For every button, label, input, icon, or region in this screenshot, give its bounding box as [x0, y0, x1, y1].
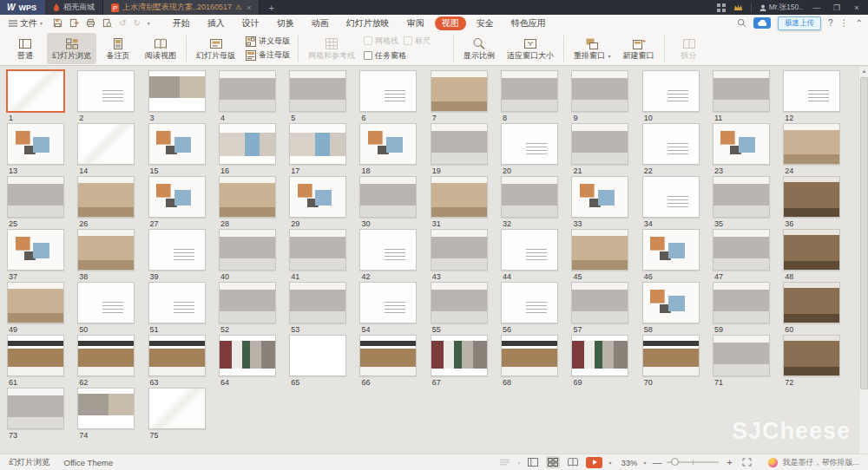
cloud-upload-icon[interactable]	[753, 17, 771, 29]
zoom-in-button[interactable]: +	[725, 457, 733, 467]
slide-thumbnail-27[interactable]	[148, 176, 206, 218]
slide-thumbnail-69[interactable]	[571, 335, 628, 376]
slide-thumbnail-50[interactable]	[77, 282, 135, 323]
ribbon-button-普通[interactable]: 普通	[5, 33, 45, 64]
slide-thumbnail-17[interactable]	[289, 123, 346, 165]
slide-thumbnail-64[interactable]	[219, 335, 276, 376]
menu-动画[interactable]: 动画	[305, 16, 336, 30]
checkbox-任务窗格[interactable]: 任务窗格	[364, 50, 406, 62]
minimize-button[interactable]: —	[811, 3, 823, 12]
slide-thumbnail-68[interactable]	[501, 335, 558, 376]
menu-审阅[interactable]: 审阅	[400, 16, 431, 30]
ribbon-button-讲义母版[interactable]: 讲义母版	[246, 36, 290, 47]
slide-thumbnail-30[interactable]	[359, 176, 417, 218]
scrollbar-thumb[interactable]	[860, 77, 868, 389]
zoom-out-button[interactable]: —	[652, 457, 661, 467]
play-options-caret-icon[interactable]: ▾	[608, 460, 611, 466]
slide-thumbnail-31[interactable]	[431, 176, 488, 218]
slide-thumbnail-5[interactable]	[289, 70, 346, 112]
slide-thumbnail-51[interactable]	[148, 282, 206, 323]
menu-设计[interactable]: 设计	[235, 16, 266, 30]
slide-thumbnail-74[interactable]	[77, 388, 135, 429]
slide-thumbnail-59[interactable]	[713, 282, 770, 323]
reading-view-button[interactable]	[566, 456, 580, 468]
slide-thumbnail-28[interactable]	[219, 176, 276, 218]
menu-开始[interactable]: 开始	[166, 16, 197, 30]
slide-thumbnail-35[interactable]	[713, 176, 770, 218]
slide-thumbnail-24[interactable]	[783, 123, 840, 165]
slide-thumbnail-1[interactable]	[7, 70, 64, 112]
notes-toggle-icon[interactable]	[497, 456, 511, 468]
slide-thumbnail-23[interactable]	[713, 123, 770, 165]
slide-thumbnail-6[interactable]	[359, 70, 417, 112]
slide-thumbnail-15[interactable]	[148, 123, 206, 165]
ribbon-button-阅读视图[interactable]: 阅读视图	[140, 33, 181, 64]
slide-thumbnail-33[interactable]	[571, 176, 628, 218]
slide-thumbnail-3[interactable]	[148, 70, 206, 112]
export-icon[interactable]	[69, 18, 79, 28]
slide-thumbnail-54[interactable]	[359, 282, 417, 323]
slide-thumbnail-36[interactable]	[783, 176, 840, 218]
slide-thumbnail-4[interactable]	[219, 70, 276, 112]
slide-thumbnail-65[interactable]	[289, 335, 346, 376]
ribbon-button-重排窗口[interactable]: 重排窗口 ▾	[569, 33, 616, 64]
slide-thumbnail-7[interactable]	[431, 70, 488, 112]
ribbon-button-适应窗口大小[interactable]: 适应窗口大小	[502, 33, 559, 64]
file-menu[interactable]: 文件 ▾	[5, 17, 46, 29]
menu-视图[interactable]: 视图	[435, 16, 466, 30]
fit-to-window-button[interactable]	[740, 456, 753, 468]
slide-thumbnail-25[interactable]	[7, 176, 64, 218]
slide-thumbnail-66[interactable]	[359, 335, 417, 376]
slide-sorter-view-button[interactable]	[546, 456, 560, 468]
ribbon-button-幻灯片母版[interactable]: 幻灯片母版	[191, 33, 240, 64]
zoom-slider[interactable]	[667, 461, 719, 463]
user-account[interactable]: Mr.张150..	[760, 3, 803, 13]
slide-thumbnail-39[interactable]	[148, 229, 206, 271]
search-icon[interactable]	[737, 18, 746, 28]
wps-logo[interactable]: W WPS	[0, 0, 45, 15]
print-icon[interactable]	[86, 18, 95, 28]
slide-thumbnail-29[interactable]	[289, 176, 346, 218]
slide-thumbnail-57[interactable]	[571, 282, 628, 323]
menu-切换[interactable]: 切换	[270, 16, 301, 30]
help-icon[interactable]: ?	[828, 18, 833, 28]
slide-thumbnail-71[interactable]	[713, 335, 770, 376]
slide-thumbnail-19[interactable]	[431, 123, 488, 165]
slide-thumbnail-11[interactable]	[713, 70, 770, 112]
ribbon-button-备注母版[interactable]: 备注母版	[246, 50, 290, 61]
restore-button[interactable]: ❐	[831, 3, 843, 12]
slide-thumbnail-22[interactable]	[642, 123, 700, 165]
menu-插入[interactable]: 插入	[201, 16, 232, 30]
vertical-scrollbar[interactable]: ▲	[858, 67, 868, 454]
zoom-caret-icon[interactable]: ▾	[643, 460, 646, 466]
print-preview-icon[interactable]	[102, 18, 112, 28]
ribbon-button-新建窗口[interactable]: 新建窗口	[618, 33, 660, 64]
membership-crown-icon[interactable]	[733, 3, 743, 11]
slide-thumbnail-37[interactable]	[7, 229, 64, 271]
slide-thumbnail-26[interactable]	[77, 176, 135, 218]
slide-thumbnail-32[interactable]	[501, 176, 558, 218]
menu-幻灯片放映[interactable]: 幻灯片放映	[339, 16, 397, 30]
slide-thumbnail-72[interactable]	[783, 335, 840, 376]
ribbon-button-幻灯片浏览[interactable]: 幻灯片浏览	[47, 33, 96, 64]
slideshow-play-button[interactable]	[586, 457, 602, 468]
slide-thumbnail-44[interactable]	[501, 229, 558, 271]
slide-thumbnail-43[interactable]	[431, 229, 488, 271]
tab-document[interactable]: P 上水湾别墅表现方案..20160517 ⚠ ×	[103, 0, 260, 15]
slide-thumbnail-9[interactable]	[571, 70, 628, 112]
slide-thumbnail-46[interactable]	[642, 229, 700, 271]
tab-docer-store[interactable]: 稻壳商城	[45, 0, 103, 15]
slide-thumbnail-40[interactable]	[219, 229, 276, 271]
slide-thumbnail-21[interactable]	[571, 123, 628, 165]
menu-安全[interactable]: 安全	[470, 16, 501, 30]
slide-thumbnail-63[interactable]	[148, 335, 206, 376]
slide-thumbnail-55[interactable]	[431, 282, 488, 323]
save-icon[interactable]	[53, 18, 62, 28]
menu-特色应用[interactable]: 特色应用	[504, 16, 553, 30]
new-tab-button[interactable]: +	[260, 0, 282, 15]
slide-thumbnail-48[interactable]	[783, 229, 840, 271]
slide-thumbnail-13[interactable]	[7, 123, 64, 165]
assistant-entry[interactable]: 我是墨仔，帮你排版...	[768, 457, 859, 468]
slide-thumbnail-49[interactable]	[7, 282, 64, 323]
slide-thumbnail-47[interactable]	[713, 229, 770, 271]
